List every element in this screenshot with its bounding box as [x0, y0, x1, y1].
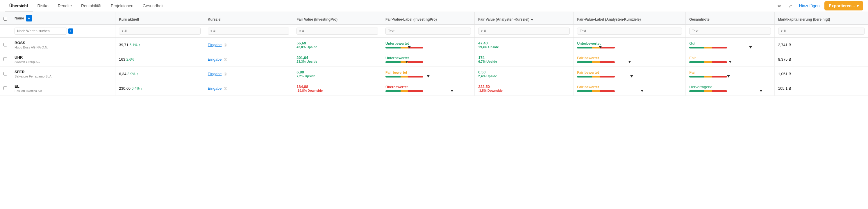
fv-analysten-value: 6,50 [478, 70, 570, 74]
company-name-label: Hugo Boss AG NA O.N. [14, 45, 112, 49]
filter-kurs-col [115, 25, 204, 38]
kurs-value: 163 [119, 57, 125, 62]
filter-gesamtnote-input[interactable] [689, 28, 771, 35]
row-kursziel-col: Eingabe ⓘ [204, 52, 293, 67]
info-icon[interactable]: ⓘ [224, 43, 227, 47]
filter-gesamtnote-col [686, 25, 775, 38]
filter-name-col: + [11, 25, 115, 38]
company-name-label: Salvatore Ferragamo SpA [14, 75, 112, 78]
fv-pro-value: 184,88 [297, 84, 378, 89]
row-fv-label-pro-col: Unterbewertet [382, 52, 474, 67]
row-kursziel-col: Eingabe ⓘ [204, 67, 293, 81]
expand-icon-button[interactable]: ⤢ [786, 2, 795, 10]
col-header-marktkapital[interactable]: Marktkapitalisierung (bereinigt) [774, 12, 868, 25]
marktkapital-value: 1,051 B [778, 72, 791, 76]
row-checkbox[interactable] [3, 57, 7, 61]
row-fv-label-pro-col: Überbewertet [382, 81, 474, 96]
filter-fv-label-pro-col [382, 25, 474, 38]
change-badge: 3,9% ↑ [127, 72, 138, 76]
col-header-gesamtnote[interactable]: Gesamtnote [686, 12, 775, 25]
tab-ubersicht[interactable]: Übersicht [5, 0, 33, 12]
filter-fv-pro-col [293, 25, 382, 38]
marktkapital-value: 2,741 B [778, 43, 791, 47]
row-marktkapital-col: 105,1 B [774, 81, 868, 96]
info-icon[interactable]: ⓘ [224, 58, 227, 61]
row-kurs-col: 39,71 5,1% ↑ [115, 38, 204, 52]
filter-fv-label-analysten-input[interactable] [577, 28, 682, 35]
tab-risiko[interactable]: Risiko [33, 0, 53, 12]
row-checkbox[interactable] [3, 86, 7, 90]
filter-kurs-input[interactable] [119, 28, 200, 35]
fv-pro-value: 201,04 [297, 56, 378, 60]
table-row: EL EssilorLuxottica SA 230,60 0,4% ↑ Ein… [0, 81, 868, 96]
row-kurs-col: 6,34 3,9% ↑ [115, 67, 204, 81]
search-input[interactable] [14, 28, 67, 35]
select-all-checkbox[interactable] [3, 17, 7, 21]
filter-fv-label-analysten-col [574, 25, 686, 38]
row-fv-pro-col: 201,04 23,3% Upside [293, 52, 382, 67]
fv-label-pro-text: Fair bewertet [385, 71, 471, 75]
filter-fv-analysten-input[interactable] [478, 28, 570, 35]
fv-analysten-value: 47,40 [478, 41, 570, 45]
top-navigation: Übersicht Risiko Rendite Rentabilität Pr… [0, 0, 868, 12]
kursziel-eingabe-link[interactable]: Eingabe [208, 57, 222, 62]
row-checkbox[interactable] [3, 43, 7, 46]
filter-checkbox-col [0, 25, 11, 38]
fv-analysten-upside: 19,4% Upside [478, 45, 570, 49]
filter-fv-pro-input[interactable] [297, 28, 378, 35]
row-checkbox[interactable] [3, 72, 7, 75]
fv-analysten-upside: 6,7% Upside [478, 60, 570, 63]
info-icon[interactable]: ⓘ [224, 87, 227, 90]
tab-gesundheit[interactable]: Gesundheit [138, 0, 168, 12]
row-marktkapital-col: 2,741 B [774, 38, 868, 52]
company-name-label: EssilorLuxottica SA [14, 89, 112, 93]
col-header-fv-label-analysten[interactable]: Fair-Value-Label (Analysten-Kursziele) [574, 12, 686, 25]
col-header-fv-label-pro[interactable]: Fair-Value-Label (InvestingPro) [382, 12, 474, 25]
kursziel-eingabe-link[interactable]: Eingabe [208, 72, 222, 76]
tab-projektionen[interactable]: Projektionen [106, 0, 138, 12]
header-row: Name + Kurs aktuell Kursziel Fair Value … [0, 12, 868, 25]
filter-add-button[interactable]: + [68, 29, 73, 34]
row-kursziel-col: Eingabe ⓘ [204, 38, 293, 52]
fv-analysten-upside: 2,4% Upside [478, 74, 570, 78]
info-icon[interactable]: ⓘ [224, 72, 227, 76]
add-column-button[interactable]: + [26, 15, 32, 22]
row-gesamtnote-col: Fair [686, 52, 775, 67]
table-row: BOSS Hugo Boss AG NA O.N. 39,71 5,1% ↑ E… [0, 38, 868, 52]
row-name-col: BOSS Hugo Boss AG NA O.N. [11, 38, 115, 52]
col-header-kurs[interactable]: Kurs aktuell [115, 12, 204, 25]
row-kurs-col: 163 2,6% ↑ [115, 52, 204, 67]
col-header-fv-analysten[interactable]: Fair Value (Analysten-Kursziel) ▼ [475, 12, 574, 25]
col-header-checkbox[interactable] [0, 12, 11, 25]
ticker-label: SFER [14, 70, 112, 74]
row-fv-pro-col: 184,88 -19,8% Downside [293, 81, 382, 96]
change-badge: 2,6% ↑ [126, 58, 137, 62]
tab-rendite[interactable]: Rendite [53, 0, 76, 12]
fv-analysten-upside: -3,5% Downside [478, 89, 570, 92]
row-fv-pro-col: 56,69 42,8% Upside [293, 38, 382, 52]
row-checkbox-col [0, 52, 11, 67]
fv-label-analysten-text: Fair bewertet [577, 85, 682, 89]
gesamtnote-text: Fair [689, 70, 771, 75]
filter-marktkapital-input[interactable] [778, 28, 865, 35]
kurs-value: 39,71 [119, 43, 128, 47]
exportieren-button[interactable]: Exportieren... ▾ [825, 1, 863, 10]
row-fv-analysten-col: 6,50 2,4% Upside [475, 67, 574, 81]
filter-fv-label-pro-input[interactable] [385, 28, 471, 35]
tab-rentabilitat[interactable]: Rentabilität [76, 0, 106, 12]
ticker-label: EL [14, 84, 112, 89]
kursziel-eingabe-link[interactable]: Eingabe [208, 86, 222, 91]
edit-icon-button[interactable]: ✏ [775, 2, 784, 10]
kursziel-eingabe-link[interactable]: Eingabe [208, 43, 222, 47]
col-header-name: Name + [11, 12, 115, 25]
filter-kursziel-input[interactable] [208, 28, 289, 35]
col-header-fv-pro[interactable]: Fair Value (InvestingPro) [293, 12, 382, 25]
gesamtnote-text: Fair [689, 56, 771, 60]
col-header-kursziel[interactable]: Kursziel [204, 12, 293, 25]
row-checkbox-col [0, 67, 11, 81]
hinzufugen-button[interactable]: Hinzufügen [797, 2, 822, 9]
filter-kursziel-col [204, 25, 293, 38]
nav-actions: ✏ ⤢ Hinzufügen Exportieren... ▾ [775, 1, 863, 10]
chevron-down-icon: ▾ [857, 3, 859, 8]
fv-label-pro-text: Unterbewertet [385, 41, 471, 45]
